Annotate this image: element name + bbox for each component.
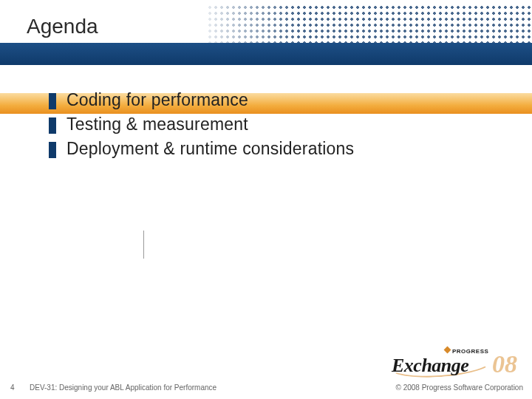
list-item: Deployment & runtime considerations xyxy=(49,139,354,159)
bullet-icon xyxy=(49,142,56,158)
slide: Agenda Coding for performance Testing & … xyxy=(0,0,532,399)
logo-brand: PROGRESS xyxy=(445,347,488,355)
bullet-list: Coding for performance Testing & measure… xyxy=(49,90,354,163)
list-item: Testing & measurement xyxy=(49,115,354,134)
title-band: Agenda xyxy=(0,4,532,58)
footer: 4 DEV-31: Designing your ABL Application… xyxy=(0,355,532,399)
list-item-text: Deployment & runtime considerations xyxy=(66,139,354,159)
footer-session: DEV-31: Designing your ABL Application f… xyxy=(30,383,216,392)
list-item-text: Coding for performance xyxy=(66,90,248,110)
cursor-mark xyxy=(143,231,144,259)
page-title: Agenda xyxy=(27,15,98,38)
list-item-text: Testing & measurement xyxy=(66,115,248,134)
bullet-icon xyxy=(49,117,56,134)
page-number: 4 xyxy=(10,383,15,392)
bullet-icon xyxy=(49,93,56,109)
list-item: Coding for performance xyxy=(49,90,354,110)
footer-copyright: © 2008 Progress Software Corporation xyxy=(396,383,523,392)
